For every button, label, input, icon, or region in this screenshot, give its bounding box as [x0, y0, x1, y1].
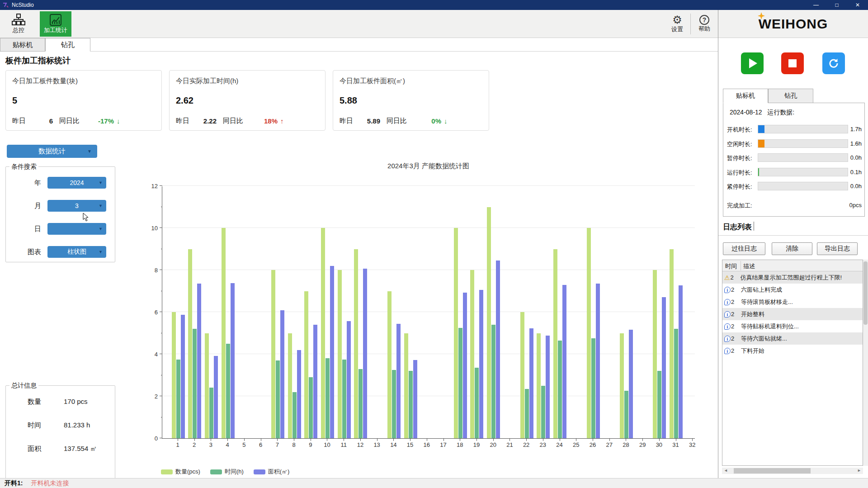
log-table-header: 时间 描述 [722, 260, 863, 271]
log-row[interactable]: ⚠2仿真结果显示加工范围超过行程上下限! [722, 271, 863, 284]
day-dropdown[interactable]: ▼ [47, 223, 106, 235]
settings-button[interactable]: ⚙ 设置 [665, 11, 689, 37]
chart-bar [297, 350, 301, 438]
legend-item-time: 时间(h) [210, 468, 244, 476]
x-axis-label: 31 [669, 441, 683, 448]
chart-type-dropdown[interactable]: 柱状图 ▼ [47, 246, 106, 258]
master-control-button[interactable]: 总控 [4, 11, 33, 37]
tab-labeler[interactable]: 贴标机 [0, 38, 45, 52]
x-axis-label: 18 [453, 441, 467, 448]
log-row[interactable]: i2下料开始 [722, 345, 863, 357]
close-button[interactable]: ✕ [847, 0, 868, 10]
month-dropdown[interactable]: 3 ▼ [47, 200, 106, 212]
info-icon: i [724, 299, 731, 305]
y-axis-tick [160, 354, 162, 354]
ratio-value: 0% [407, 117, 441, 125]
y-axis-tick [160, 185, 162, 186]
stat-label: 今日加工板件面积(㎡) [340, 77, 482, 85]
run-row-value: 1.7h [850, 126, 862, 133]
gridline [162, 227, 695, 228]
log-col-separator[interactable] [741, 261, 741, 270]
start-button[interactable] [741, 52, 764, 74]
log-title-caret [754, 222, 754, 231]
legend-label: 数量(pcs) [175, 468, 200, 476]
x-axis-tick [476, 439, 477, 441]
panel-tab-drill[interactable]: 钻孔 [768, 89, 813, 103]
log-row[interactable]: i2六面钻上料完成 [722, 284, 863, 296]
y-axis-tick [161, 291, 162, 291]
log-vertical-scrollbar[interactable] [863, 260, 868, 466]
star-icon [758, 12, 765, 19]
scrollbar-thumb[interactable] [734, 468, 811, 474]
run-data-row: 暂停时长:0.0h [723, 153, 864, 162]
x-axis-tick [227, 439, 228, 441]
chevron-down-icon: ▼ [99, 204, 103, 208]
minimize-button[interactable]: — [806, 0, 826, 10]
y-axis-label: 0 [142, 435, 158, 442]
y-axis-tick [161, 249, 162, 249]
year-dropdown[interactable]: 2024 ▼ [47, 177, 106, 189]
x-axis-tick [676, 439, 676, 441]
export-logs-button[interactable]: 导出日志 [817, 242, 858, 255]
gridline [162, 270, 695, 270]
y-axis-label: 6 [142, 309, 158, 316]
chart-bar [188, 249, 192, 439]
chart-bar [181, 315, 185, 438]
chevron-down-icon: ▼ [99, 250, 103, 254]
log-row[interactable]: i2等待六面钻就绪... [722, 332, 863, 345]
chart-bar [596, 284, 600, 438]
refresh-icon [828, 57, 840, 69]
log-horizontal-scrollbar[interactable]: ◄ ► [722, 468, 863, 474]
scrollbar-thumb[interactable] [863, 261, 868, 325]
org-chart-icon [12, 14, 25, 26]
yesterday-label: 昨日 [176, 117, 189, 125]
log-col-time: 时间 [725, 262, 737, 270]
chart-type-value: 柱状图 [67, 248, 86, 256]
log-row[interactable]: i2等待滚筒板材移走... [722, 296, 863, 308]
help-button[interactable]: ? 帮助 [693, 11, 715, 37]
y-axis-tick [160, 312, 162, 312]
past-logs-button[interactable]: 过往日志 [723, 242, 765, 255]
processing-stats-button[interactable]: 加工统计 [40, 11, 71, 37]
chart-bar [541, 386, 545, 438]
subtab-underline [0, 51, 718, 52]
scroll-right-icon[interactable]: ► [857, 468, 861, 473]
x-axis-tick [543, 439, 543, 441]
gridline [162, 354, 695, 354]
condition-search-group: 条件搜索 年 2024 ▼ 月 3 ▼ 日 ▼ 图表 柱状图 [5, 166, 115, 262]
yesterday-value: 6 [26, 117, 53, 125]
yesterday-value: 2.22 [189, 117, 217, 125]
x-axis-label: 22 [519, 441, 533, 448]
stat-value: 5.88 [340, 95, 482, 106]
chart-bar [404, 333, 408, 439]
log-row[interactable]: i2等待贴标机退料到位... [722, 320, 863, 332]
x-axis-label: 13 [370, 441, 384, 448]
chart-bar [653, 270, 657, 438]
scroll-left-icon[interactable]: ◄ [724, 468, 728, 473]
chart-bar [276, 360, 280, 438]
log-table: 时间 描述 ⚠2仿真结果显示加工范围超过行程上下限!i2六面钻上料完成i2等待滚… [722, 260, 863, 466]
maximize-button[interactable]: □ [826, 0, 847, 10]
y-axis-tick [160, 396, 162, 396]
chart-bar [487, 207, 491, 439]
panel-tab-labeler[interactable]: 贴标机 [723, 89, 768, 103]
log-time: 2 [731, 323, 737, 330]
chart-bar [662, 297, 666, 438]
clear-logs-button[interactable]: 清除 [772, 242, 812, 255]
tab-drill[interactable]: 钻孔 [45, 38, 90, 52]
chevron-down-icon: ▼ [87, 149, 92, 154]
reset-button[interactable] [822, 52, 845, 74]
x-axis-label: 9 [303, 441, 318, 448]
x-axis-tick [360, 439, 361, 441]
stop-button[interactable] [781, 52, 804, 74]
x-axis-label: 14 [386, 441, 401, 448]
data-stats-dropdown-button[interactable]: 数据统计 ▼ [7, 145, 97, 158]
x-axis-label: 29 [635, 441, 650, 448]
legend-label: 时间(h) [225, 468, 244, 476]
x-axis-label: 2 [187, 441, 202, 448]
chart-bar [558, 341, 562, 438]
x-axis-tick [393, 439, 394, 441]
legend-label: 面积(㎡) [268, 468, 290, 476]
log-row[interactable]: i2开始整料 [722, 308, 863, 320]
log-description: 六面钻上料完成 [741, 286, 782, 294]
